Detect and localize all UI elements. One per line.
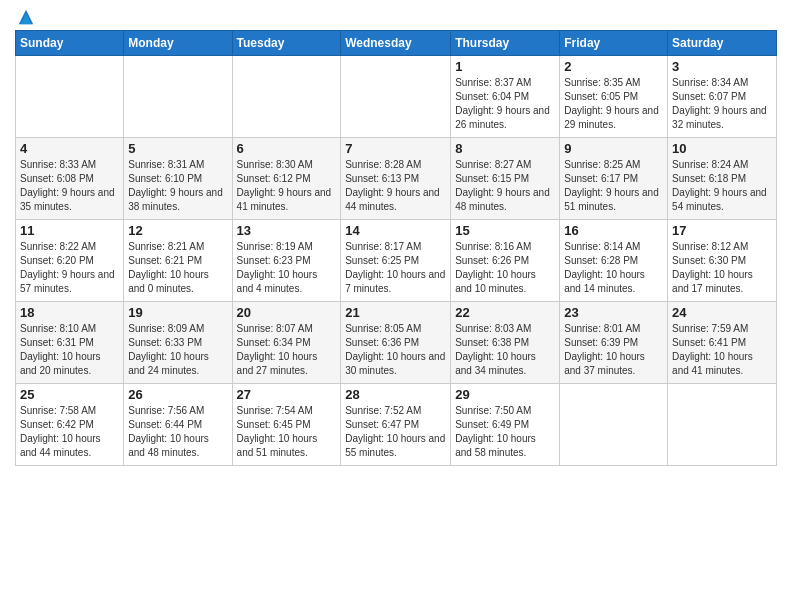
calendar-cell: 16Sunrise: 8:14 AM Sunset: 6:28 PM Dayli… <box>560 220 668 302</box>
day-number: 5 <box>128 141 227 156</box>
day-number: 27 <box>237 387 337 402</box>
day-info: Sunrise: 8:17 AM Sunset: 6:25 PM Dayligh… <box>345 240 446 296</box>
weekday-header-sunday: Sunday <box>16 31 124 56</box>
weekday-header-monday: Monday <box>124 31 232 56</box>
day-number: 11 <box>20 223 119 238</box>
calendar-page: SundayMondayTuesdayWednesdayThursdayFrid… <box>0 0 792 612</box>
calendar-cell: 28Sunrise: 7:52 AM Sunset: 6:47 PM Dayli… <box>341 384 451 466</box>
logo <box>15 10 35 22</box>
calendar-cell: 3Sunrise: 8:34 AM Sunset: 6:07 PM Daylig… <box>668 56 777 138</box>
calendar-cell: 8Sunrise: 8:27 AM Sunset: 6:15 PM Daylig… <box>451 138 560 220</box>
day-number: 3 <box>672 59 772 74</box>
day-number: 18 <box>20 305 119 320</box>
day-number: 7 <box>345 141 446 156</box>
weekday-header-wednesday: Wednesday <box>341 31 451 56</box>
day-number: 23 <box>564 305 663 320</box>
calendar-cell: 21Sunrise: 8:05 AM Sunset: 6:36 PM Dayli… <box>341 302 451 384</box>
calendar-cell: 26Sunrise: 7:56 AM Sunset: 6:44 PM Dayli… <box>124 384 232 466</box>
day-number: 19 <box>128 305 227 320</box>
calendar-cell <box>124 56 232 138</box>
day-number: 13 <box>237 223 337 238</box>
day-info: Sunrise: 8:09 AM Sunset: 6:33 PM Dayligh… <box>128 322 227 378</box>
day-info: Sunrise: 8:19 AM Sunset: 6:23 PM Dayligh… <box>237 240 337 296</box>
day-number: 9 <box>564 141 663 156</box>
calendar-cell: 4Sunrise: 8:33 AM Sunset: 6:08 PM Daylig… <box>16 138 124 220</box>
day-info: Sunrise: 8:10 AM Sunset: 6:31 PM Dayligh… <box>20 322 119 378</box>
calendar-cell: 24Sunrise: 7:59 AM Sunset: 6:41 PM Dayli… <box>668 302 777 384</box>
day-info: Sunrise: 8:25 AM Sunset: 6:17 PM Dayligh… <box>564 158 663 214</box>
day-number: 21 <box>345 305 446 320</box>
calendar-cell: 19Sunrise: 8:09 AM Sunset: 6:33 PM Dayli… <box>124 302 232 384</box>
calendar-cell: 25Sunrise: 7:58 AM Sunset: 6:42 PM Dayli… <box>16 384 124 466</box>
day-number: 29 <box>455 387 555 402</box>
day-info: Sunrise: 8:35 AM Sunset: 6:05 PM Dayligh… <box>564 76 663 132</box>
calendar-row-3: 18Sunrise: 8:10 AM Sunset: 6:31 PM Dayli… <box>16 302 777 384</box>
day-info: Sunrise: 7:52 AM Sunset: 6:47 PM Dayligh… <box>345 404 446 460</box>
calendar-cell: 20Sunrise: 8:07 AM Sunset: 6:34 PM Dayli… <box>232 302 341 384</box>
day-info: Sunrise: 8:03 AM Sunset: 6:38 PM Dayligh… <box>455 322 555 378</box>
day-info: Sunrise: 8:12 AM Sunset: 6:30 PM Dayligh… <box>672 240 772 296</box>
calendar-row-1: 4Sunrise: 8:33 AM Sunset: 6:08 PM Daylig… <box>16 138 777 220</box>
day-number: 28 <box>345 387 446 402</box>
calendar-cell: 14Sunrise: 8:17 AM Sunset: 6:25 PM Dayli… <box>341 220 451 302</box>
day-number: 14 <box>345 223 446 238</box>
calendar-cell: 2Sunrise: 8:35 AM Sunset: 6:05 PM Daylig… <box>560 56 668 138</box>
day-info: Sunrise: 8:05 AM Sunset: 6:36 PM Dayligh… <box>345 322 446 378</box>
day-info: Sunrise: 8:21 AM Sunset: 6:21 PM Dayligh… <box>128 240 227 296</box>
logo-icon <box>17 8 35 26</box>
calendar-cell: 17Sunrise: 8:12 AM Sunset: 6:30 PM Dayli… <box>668 220 777 302</box>
day-number: 4 <box>20 141 119 156</box>
day-info: Sunrise: 8:28 AM Sunset: 6:13 PM Dayligh… <box>345 158 446 214</box>
calendar-cell: 7Sunrise: 8:28 AM Sunset: 6:13 PM Daylig… <box>341 138 451 220</box>
day-number: 1 <box>455 59 555 74</box>
day-info: Sunrise: 7:58 AM Sunset: 6:42 PM Dayligh… <box>20 404 119 460</box>
weekday-header-saturday: Saturday <box>668 31 777 56</box>
calendar-row-0: 1Sunrise: 8:37 AM Sunset: 6:04 PM Daylig… <box>16 56 777 138</box>
day-number: 15 <box>455 223 555 238</box>
day-info: Sunrise: 7:59 AM Sunset: 6:41 PM Dayligh… <box>672 322 772 378</box>
day-info: Sunrise: 8:37 AM Sunset: 6:04 PM Dayligh… <box>455 76 555 132</box>
day-number: 16 <box>564 223 663 238</box>
calendar-cell: 23Sunrise: 8:01 AM Sunset: 6:39 PM Dayli… <box>560 302 668 384</box>
day-number: 26 <box>128 387 227 402</box>
calendar-cell: 22Sunrise: 8:03 AM Sunset: 6:38 PM Dayli… <box>451 302 560 384</box>
calendar-row-4: 25Sunrise: 7:58 AM Sunset: 6:42 PM Dayli… <box>16 384 777 466</box>
calendar-cell: 15Sunrise: 8:16 AM Sunset: 6:26 PM Dayli… <box>451 220 560 302</box>
calendar-cell <box>560 384 668 466</box>
calendar-cell: 9Sunrise: 8:25 AM Sunset: 6:17 PM Daylig… <box>560 138 668 220</box>
day-number: 6 <box>237 141 337 156</box>
calendar-cell <box>341 56 451 138</box>
calendar-row-2: 11Sunrise: 8:22 AM Sunset: 6:20 PM Dayli… <box>16 220 777 302</box>
day-number: 20 <box>237 305 337 320</box>
header <box>15 10 777 22</box>
day-info: Sunrise: 8:30 AM Sunset: 6:12 PM Dayligh… <box>237 158 337 214</box>
weekday-header-row: SundayMondayTuesdayWednesdayThursdayFrid… <box>16 31 777 56</box>
day-number: 17 <box>672 223 772 238</box>
calendar-cell <box>16 56 124 138</box>
day-number: 10 <box>672 141 772 156</box>
day-number: 22 <box>455 305 555 320</box>
day-info: Sunrise: 7:50 AM Sunset: 6:49 PM Dayligh… <box>455 404 555 460</box>
calendar-cell: 1Sunrise: 8:37 AM Sunset: 6:04 PM Daylig… <box>451 56 560 138</box>
day-info: Sunrise: 8:07 AM Sunset: 6:34 PM Dayligh… <box>237 322 337 378</box>
day-info: Sunrise: 7:56 AM Sunset: 6:44 PM Dayligh… <box>128 404 227 460</box>
day-info: Sunrise: 7:54 AM Sunset: 6:45 PM Dayligh… <box>237 404 337 460</box>
calendar-cell: 13Sunrise: 8:19 AM Sunset: 6:23 PM Dayli… <box>232 220 341 302</box>
day-info: Sunrise: 8:14 AM Sunset: 6:28 PM Dayligh… <box>564 240 663 296</box>
day-info: Sunrise: 8:33 AM Sunset: 6:08 PM Dayligh… <box>20 158 119 214</box>
day-info: Sunrise: 8:22 AM Sunset: 6:20 PM Dayligh… <box>20 240 119 296</box>
day-number: 12 <box>128 223 227 238</box>
day-info: Sunrise: 8:34 AM Sunset: 6:07 PM Dayligh… <box>672 76 772 132</box>
day-info: Sunrise: 8:01 AM Sunset: 6:39 PM Dayligh… <box>564 322 663 378</box>
weekday-header-thursday: Thursday <box>451 31 560 56</box>
day-number: 2 <box>564 59 663 74</box>
calendar-cell: 18Sunrise: 8:10 AM Sunset: 6:31 PM Dayli… <box>16 302 124 384</box>
day-info: Sunrise: 8:27 AM Sunset: 6:15 PM Dayligh… <box>455 158 555 214</box>
day-info: Sunrise: 8:16 AM Sunset: 6:26 PM Dayligh… <box>455 240 555 296</box>
day-number: 8 <box>455 141 555 156</box>
calendar-cell: 6Sunrise: 8:30 AM Sunset: 6:12 PM Daylig… <box>232 138 341 220</box>
calendar-cell: 29Sunrise: 7:50 AM Sunset: 6:49 PM Dayli… <box>451 384 560 466</box>
day-number: 25 <box>20 387 119 402</box>
weekday-header-friday: Friday <box>560 31 668 56</box>
calendar-cell: 12Sunrise: 8:21 AM Sunset: 6:21 PM Dayli… <box>124 220 232 302</box>
